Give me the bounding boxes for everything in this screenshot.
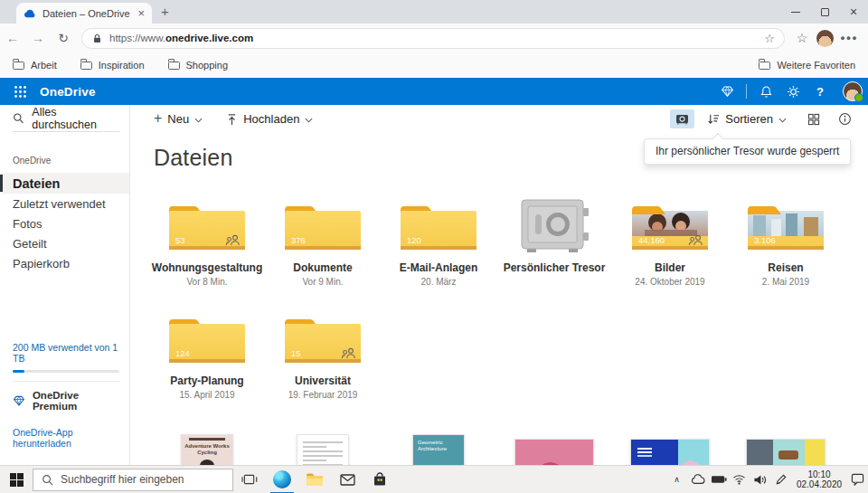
sidebar-item-geteilt[interactable]: Geteilt (0, 233, 129, 253)
volume-icon[interactable] (750, 466, 770, 493)
info-button[interactable] (832, 112, 857, 126)
app-launcher-icon[interactable] (0, 85, 40, 99)
battery-icon[interactable] (708, 466, 729, 493)
header-actions: ? (713, 81, 863, 101)
vault-safe-icon (513, 199, 596, 253)
browser-tab[interactable]: Dateien – OneDrive × (16, 3, 152, 24)
folder-date: 15. April 2019 (149, 390, 265, 400)
bookmark-inspiration[interactable]: Inspiration (80, 60, 145, 71)
folder-tile-reisen[interactable]: 3.106 Reisen 2. Mai 2019 (728, 199, 844, 287)
folder-name: Dokumente (265, 261, 381, 274)
sidebar-item-papierkorb[interactable]: Papierkorb (0, 253, 129, 273)
upload-button[interactable]: Hochladen (226, 112, 313, 126)
notifications-bell-icon[interactable] (752, 85, 779, 99)
microsoft-store-button[interactable] (363, 466, 396, 493)
vault-toolbar-button[interactable] (670, 109, 694, 128)
folder-name: Wohnungsgestaltung (149, 261, 265, 274)
file-tile-cat-photo[interactable] (728, 434, 844, 465)
shared-people-icon (225, 234, 241, 246)
bookmark-folder-icon (168, 62, 180, 70)
storage-usage-text[interactable]: 200 MB verwendet von 1 TB (13, 342, 119, 364)
mail-button[interactable] (331, 466, 363, 493)
search-input[interactable]: Alles durchsuchen (13, 105, 119, 132)
folder-tile-party-planung[interactable]: 124 Party-Planung 15. April 2019 (149, 312, 265, 400)
file-tile-pink-photo[interactable] (496, 434, 612, 465)
onedrive-tray-icon[interactable] (687, 466, 708, 493)
settings-gear-icon[interactable] (779, 85, 807, 99)
toolbar-right: ☆ ●●● (792, 30, 860, 47)
task-view-button[interactable] (233, 466, 266, 493)
plus-icon: + (154, 110, 162, 127)
edge-taskbar-button[interactable] (266, 466, 298, 493)
bookmark-label: Arbeit (31, 60, 57, 71)
onedrive-wordmark[interactable]: OneDrive (40, 85, 96, 99)
folder-tile-universitaet[interactable]: 15 Universität 19. Februar 2019 (265, 312, 381, 400)
folder-tile-dokumente[interactable]: 376 Dokumente Vor 9 Min. (265, 199, 381, 287)
windows-ink-pen-icon[interactable] (770, 466, 791, 493)
app-download-link[interactable]: OneDrive-App herunterladen (13, 427, 119, 449)
close-button[interactable]: × (839, 0, 868, 24)
folder-item-count: 53 (175, 235, 185, 245)
help-icon[interactable]: ? (807, 85, 834, 99)
lock-icon (91, 33, 103, 44)
more-favorites[interactable]: Weitere Favoriten (759, 60, 855, 71)
sidebar-section-label: OneDrive (13, 156, 129, 166)
onedrive-cloud-icon (24, 9, 36, 18)
document-title: Geometric Architecture (418, 440, 459, 452)
folder-date: 24. Oktober 2019 (612, 277, 728, 287)
new-tab-button[interactable]: + (161, 4, 169, 19)
folder-tile-wohnungsgestaltung[interactable]: 53 Wohnungsgestaltung Vor 8 Min. (149, 199, 265, 287)
premium-link[interactable]: OneDrive Premium (13, 390, 119, 412)
folder-icon: 120 (397, 199, 480, 253)
account-avatar[interactable] (843, 81, 863, 101)
sidebar-item-fotos[interactable]: Fotos (0, 213, 129, 233)
premium-diamond-icon (13, 394, 25, 407)
file-tile-presentation[interactable] (612, 434, 728, 465)
folder-icon: 124 (165, 312, 249, 366)
folder-tile-persoenlicher-tresor[interactable]: Persönlicher Tresor (496, 199, 612, 287)
minimize-button[interactable] (781, 0, 810, 24)
wifi-icon[interactable] (729, 466, 750, 493)
search-placeholder: Alles durchsuchen (32, 106, 119, 131)
maximize-button[interactable] (810, 0, 839, 24)
start-button[interactable] (0, 466, 33, 493)
sidebar-item-label: Papierkorb (13, 257, 70, 270)
file-tile-document[interactable] (265, 434, 381, 465)
folder-tile-bilder[interactable]: 44.160 Bilder 24. Oktober 2019 (612, 199, 728, 287)
premium-diamond-icon[interactable] (713, 85, 741, 98)
folder-tile-email-anlagen[interactable]: 120 E-Mail-Anlagen 20. März (381, 199, 496, 287)
browser-profile-avatar[interactable] (816, 30, 834, 47)
command-bar: + Neu Hochladen Sortieren (130, 105, 868, 133)
folder-grid-row-1: 53 Wohnungsgestaltung Vor 8 Min. 376 Dok… (149, 199, 844, 287)
sort-button[interactable]: Sortieren (707, 112, 787, 126)
back-button[interactable]: ← (0, 31, 25, 45)
forward-button[interactable]: → (25, 31, 51, 45)
premium-label: OneDrive Premium (33, 390, 119, 412)
shared-people-icon (688, 234, 703, 246)
address-bar[interactable]: https://www.onedrive.live.com ☆ (81, 28, 785, 49)
document-title: Adventure Works Cycling (182, 443, 232, 456)
file-tile-adventure-works[interactable]: Adventure Works Cycling (149, 434, 265, 465)
taskbar-search-input[interactable]: Suchbegriff hier eingeben (33, 469, 233, 491)
folder-icon: 53 (165, 199, 249, 253)
sidebar-item-zuletzt-verwendet[interactable]: Zuletzt verwendet (0, 194, 129, 213)
reload-button[interactable]: ↻ (51, 31, 76, 45)
bookmark-arbeit[interactable]: Arbeit (13, 60, 57, 71)
bookmark-shopping[interactable]: Shopping (168, 60, 229, 71)
sidebar-item-dateien[interactable]: Dateien (0, 173, 129, 194)
taskbar-clock[interactable]: 10:10 02.04.2020 (791, 469, 847, 489)
file-explorer-button[interactable] (298, 466, 331, 493)
add-favorite-icon[interactable]: ☆ (764, 32, 775, 45)
tab-close-icon[interactable]: × (137, 7, 145, 19)
new-button[interactable]: + Neu (154, 111, 203, 127)
browser-menu-icon[interactable]: ●●● (838, 33, 860, 43)
view-grid-button[interactable] (801, 113, 826, 126)
task-view-icon (241, 473, 258, 486)
info-icon (838, 112, 852, 126)
file-explorer-icon (306, 472, 324, 487)
file-tile-geometric-architecture[interactable]: Geometric Architecture (381, 434, 496, 465)
favorites-hub-icon[interactable]: ☆ (792, 31, 812, 45)
window-controls: × (781, 0, 868, 24)
tray-expand-icon[interactable]: ∧ (666, 466, 687, 493)
action-center-button[interactable] (847, 466, 868, 493)
